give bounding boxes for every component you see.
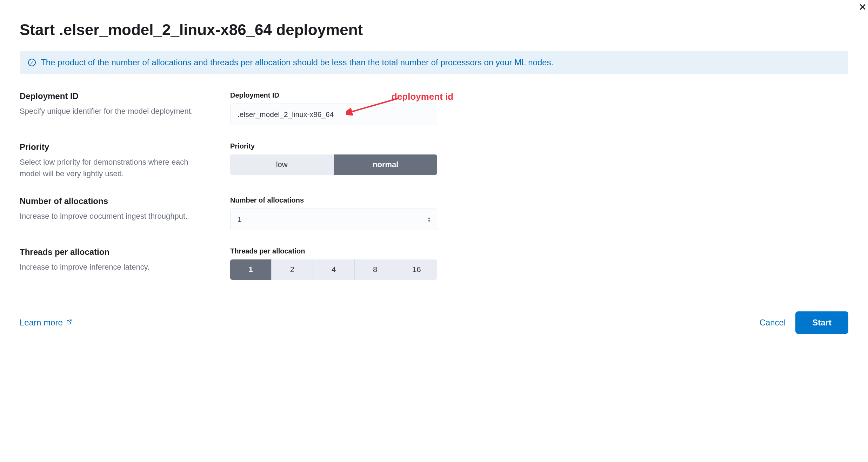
threads-option-1[interactable]: 1 (230, 259, 272, 280)
allocations-input[interactable] (230, 209, 437, 230)
learn-more-link[interactable]: Learn more (20, 318, 73, 328)
priority-low-button[interactable]: low (230, 154, 334, 175)
external-link-icon (66, 318, 73, 327)
priority-title: Priority (20, 142, 209, 152)
allocations-label: Number of allocations (230, 196, 437, 204)
number-stepper[interactable]: ▲ ▼ (427, 217, 431, 223)
callout-text: The product of the number of allocations… (41, 58, 553, 67)
deployment-id-desc: Specify unique identifier for the model … (20, 105, 209, 117)
priority-label: Priority (230, 142, 437, 150)
priority-normal-button[interactable]: normal (334, 154, 438, 175)
dialog-title: Start .elser_model_2_linux-x86_64 deploy… (20, 21, 848, 39)
close-icon[interactable]: ✕ (857, 0, 868, 14)
annotation-deployment-id: deployment id (392, 91, 453, 102)
threads-option-16[interactable]: 16 (396, 259, 437, 280)
allocations-desc: Increase to improve document ingest thro… (20, 210, 209, 222)
deployment-id-input[interactable] (230, 104, 437, 125)
allocations-title: Number of allocations (20, 196, 209, 206)
info-callout: i The product of the number of allocatio… (20, 51, 848, 74)
threads-desc: Increase to improve inference latency. (20, 261, 209, 273)
threads-option-2[interactable]: 2 (272, 259, 313, 280)
learn-more-label: Learn more (20, 318, 63, 328)
priority-desc: Select low priority for demonstrations w… (20, 156, 209, 179)
start-button[interactable]: Start (795, 311, 848, 334)
info-icon: i (28, 59, 36, 66)
threads-option-4[interactable]: 4 (313, 259, 354, 280)
threads-toggle: 1 2 4 8 16 (230, 259, 437, 280)
threads-option-8[interactable]: 8 (355, 259, 396, 280)
threads-label: Threads per allocation (230, 247, 437, 255)
priority-toggle: low normal (230, 154, 437, 175)
threads-title: Threads per allocation (20, 247, 209, 257)
cancel-button[interactable]: Cancel (760, 318, 786, 328)
stepper-down-icon[interactable]: ▼ (427, 220, 431, 223)
deployment-id-title: Deployment ID (20, 91, 209, 101)
